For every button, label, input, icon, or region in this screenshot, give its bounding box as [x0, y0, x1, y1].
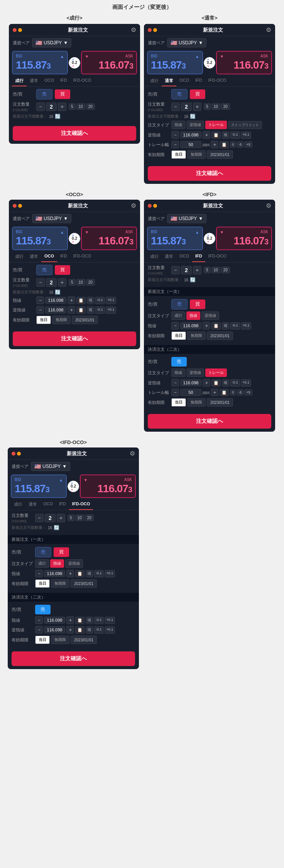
buy-button[interactable]: 買 — [190, 89, 205, 99]
sashi-plus[interactable]: ＋ — [203, 322, 210, 330]
calendar-icon[interactable]: 📋 — [211, 322, 221, 330]
qty-minus[interactable]: － — [35, 514, 44, 522]
ot-gyaku[interactable]: 逆指値 — [65, 559, 83, 568]
gyaku2-current[interactable]: 現 — [86, 626, 93, 634]
confirm-button[interactable]: 注文確認へ — [148, 414, 271, 429]
bid-box[interactable]: BID ▲ 115.873 — [11, 474, 67, 498]
sashi-minus[interactable]: － — [35, 570, 43, 577]
sashi2-minus01[interactable]: -0.1 — [94, 617, 104, 624]
qty-plus-button[interactable]: ＋ — [58, 103, 66, 111]
trail-plus[interactable]: ＋ — [211, 141, 218, 148]
trail-plus5[interactable]: +5 — [244, 141, 252, 148]
sashi-minus01[interactable]: -0.1 — [95, 297, 105, 304]
currency-select[interactable]: 🇺🇸 USDJPY ▼ — [32, 38, 71, 47]
qty-minus-button[interactable]: － — [36, 103, 45, 111]
tab-ifd-oco[interactable]: IFD-OCO — [70, 252, 94, 262]
ask-box[interactable]: ▼ ASK 116.073 — [216, 51, 272, 74]
refresh-icon[interactable]: 🔄 — [55, 289, 61, 295]
confirm-button[interactable]: 注文確認へ — [12, 651, 135, 666]
calendar-icon[interactable]: 📋 — [75, 570, 85, 577]
qty-minus[interactable]: － — [36, 278, 45, 287]
exp-none[interactable]: 無期限 — [187, 331, 206, 340]
calendar2-icon[interactable]: 📋 — [211, 379, 221, 387]
bid-box[interactable]: BID ▲ 115.873 — [12, 227, 68, 250]
trail2-plus[interactable]: ＋ — [211, 389, 218, 396]
quick-10[interactable]: 10 — [211, 267, 220, 273]
currency-select[interactable]: 🇺🇸 USDJPY ▼ — [167, 214, 206, 223]
bid-box[interactable]: BID ▲ 115.873 — [12, 51, 68, 74]
ot-gyaku[interactable]: 逆指値 — [201, 311, 219, 320]
exp2-none[interactable]: 無期限 — [187, 398, 206, 407]
sell2-button[interactable]: 売 — [171, 357, 187, 367]
settings-icon[interactable]: ⚙ — [131, 26, 136, 34]
qty-plus-button[interactable]: ＋ — [193, 103, 201, 111]
sashi2-plus01[interactable]: +0.1 — [105, 617, 115, 624]
buy-button[interactable]: 買 — [55, 89, 70, 99]
ot-stop-limit[interactable]: ストップリミット — [228, 121, 262, 129]
tab-seikoh[interactable]: 成行 — [12, 252, 27, 262]
gyaku2-minus[interactable]: － — [35, 626, 43, 634]
ot-trail[interactable]: トレール — [205, 121, 227, 129]
quick-5[interactable]: 5 — [69, 279, 76, 286]
trail-minus[interactable]: － — [171, 141, 179, 148]
calendar-icon[interactable]: 📋 — [220, 141, 229, 148]
qty-minus-button[interactable]: － — [171, 103, 180, 111]
quick-10[interactable]: 10 — [75, 515, 84, 521]
confirm-button[interactable]: 注文確認へ — [13, 331, 136, 346]
tab-ifd[interactable]: IFD — [57, 252, 70, 262]
tab-normal[interactable]: 通常 — [162, 252, 176, 262]
exp-none[interactable]: 無期限 — [52, 316, 71, 324]
tab-oco[interactable]: OCO — [176, 252, 192, 262]
gyaku-plus01[interactable]: +0.1 — [241, 131, 252, 139]
calendar-icon[interactable]: 📋 — [211, 131, 221, 139]
sashi-minus[interactable]: － — [36, 296, 44, 304]
sashi-plus01[interactable]: +0.1 — [105, 570, 115, 577]
quick-5[interactable]: 5 — [68, 515, 74, 521]
refresh-icon[interactable]: 🔄 — [190, 277, 196, 283]
gyaku2-plus[interactable]: ＋ — [66, 626, 74, 634]
ask-box[interactable]: ▼ ASK 116.073 — [80, 474, 136, 498]
sashi-minus[interactable]: － — [171, 322, 179, 330]
refresh-icon[interactable]: 🔄 — [55, 114, 61, 119]
qty-minus[interactable]: － — [171, 266, 180, 274]
ot2-gyaku[interactable]: 逆指値 — [186, 368, 204, 377]
sashi-current[interactable]: 現 — [86, 570, 93, 577]
sashi2-plus[interactable]: ＋ — [66, 616, 74, 624]
quick-10-button[interactable]: 10 — [76, 103, 85, 110]
calendar3-icon[interactable]: 📋 — [220, 389, 229, 396]
ot-sashi[interactable]: 指値 — [50, 559, 64, 568]
tab-seikoh[interactable]: 成行 — [11, 500, 25, 510]
trail-0[interactable]: 0 — [230, 141, 236, 148]
ot-sashi[interactable]: 指値 — [171, 121, 185, 129]
buy-button[interactable]: 買 — [55, 265, 70, 275]
sashi-plus01[interactable]: +0.1 — [106, 297, 117, 304]
gyaku-minus01[interactable]: -0.1 — [95, 306, 105, 314]
calendar-icon[interactable]: 📋 — [76, 297, 86, 304]
quick-20[interactable]: 20 — [85, 515, 94, 521]
exp2-date[interactable]: 2023/01/01 — [207, 398, 233, 407]
sell-button[interactable]: 売 — [36, 89, 52, 99]
tab-ifd-oco[interactable]: IFD-OCO — [205, 252, 229, 262]
tab-ifd[interactable]: IFD — [192, 76, 205, 86]
sashi-plus[interactable]: ＋ — [66, 570, 74, 577]
sashi-current[interactable]: 現 — [87, 297, 94, 304]
exp2-today[interactable]: 当日 — [171, 398, 186, 407]
gyaku-plus[interactable]: ＋ — [203, 131, 210, 139]
tab-normal[interactable]: 通常 — [162, 76, 176, 86]
tab-ifd-oco[interactable]: IFD-OCO — [205, 76, 229, 86]
gyaku-minus[interactable]: － — [36, 306, 44, 314]
sashi-plus01[interactable]: +0.1 — [241, 322, 252, 330]
quick-5-button[interactable]: 5 — [69, 103, 76, 110]
exp-today[interactable]: 当日 — [36, 316, 51, 324]
quick-20-button[interactable]: 20 — [86, 103, 95, 110]
settings-icon[interactable]: ⚙ — [131, 202, 136, 209]
exp-today[interactable]: 当日 — [171, 150, 186, 159]
exp-date[interactable]: 2023/01/01 — [207, 331, 233, 340]
currency-select[interactable]: 🇺🇸 USDJPY ▼ — [31, 462, 70, 471]
sell-button[interactable]: 売 — [171, 299, 188, 310]
gyaku2-plus[interactable]: ＋ — [203, 379, 210, 387]
gyaku2-minus[interactable]: － — [171, 379, 179, 387]
gyaku-current[interactable]: 現 — [222, 131, 229, 139]
calendar-icon[interactable]: 📋 — [76, 306, 86, 314]
confirm-button[interactable]: 注文確認へ — [148, 166, 271, 181]
